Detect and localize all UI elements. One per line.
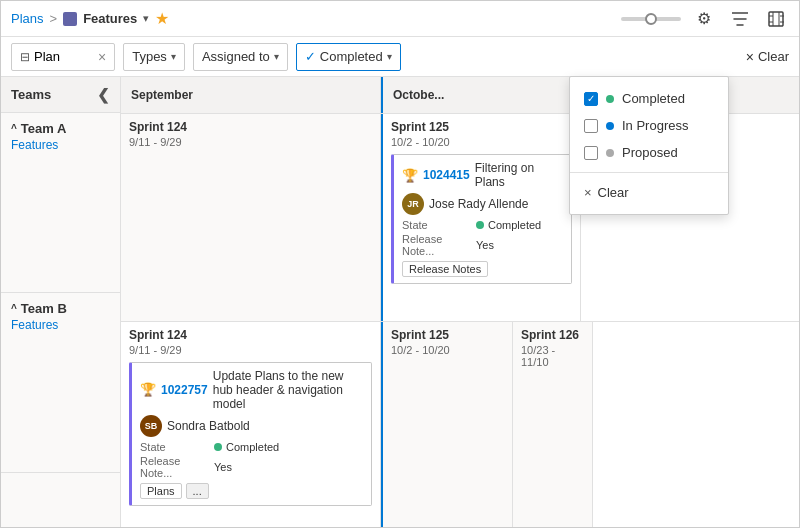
team-b-sprint-125: Sprint 125 10/2 - 10/20	[383, 322, 513, 529]
teams-collapse-btn[interactable]: ❮	[97, 86, 110, 104]
team-a-features-link[interactable]: Features	[11, 138, 110, 152]
svg-rect-0	[769, 12, 783, 26]
state-label-b: State	[140, 441, 210, 453]
expand-button[interactable]	[763, 6, 789, 32]
team-a-sprint-125-dates: 10/2 - 10/20	[391, 136, 572, 148]
favorite-star[interactable]: ★	[155, 9, 169, 28]
avatar-initials: JR	[407, 199, 419, 209]
assigned-chevron: ▾	[274, 51, 279, 62]
board-icon	[63, 12, 77, 26]
card-1022757-top: 🏆 1022757 Update Plans to the new hub he…	[140, 369, 363, 411]
release-value: Yes	[476, 239, 494, 251]
team-a-label: ^ Team A Features	[1, 113, 120, 293]
filter-icon: ⊟	[20, 50, 30, 64]
completed-filter[interactable]: ✓ Completed ▾	[296, 43, 401, 71]
team-a-sprint-125-name: Sprint 125	[391, 120, 572, 134]
card-1022757-tags: Plans ...	[140, 483, 363, 499]
plan-filter[interactable]: ⊟ ×	[11, 43, 115, 71]
card-1022757-person-name: Sondra Batbold	[167, 419, 250, 433]
team-b-sprint-124-name: Sprint 124	[129, 328, 372, 342]
completed-dropdown: Completed In Progress Proposed × Clear	[569, 76, 729, 215]
plan-clear-btn[interactable]: ×	[98, 49, 106, 65]
breadcrumb-sep: >	[50, 11, 58, 26]
card-1024415-avatar: JR	[402, 193, 424, 215]
card-1024415-person: JR Jose Rady Allende	[402, 193, 563, 215]
september-header: September	[121, 77, 381, 113]
team-b-chevron[interactable]: ^	[11, 303, 17, 314]
team-b-label-text: Team B	[21, 301, 67, 316]
completed-checkbox[interactable]	[584, 92, 598, 106]
dropdown-proposed-item[interactable]: Proposed	[570, 139, 728, 166]
proposed-dot	[606, 149, 614, 157]
team-a-sprint-124-dates: 9/11 - 9/29	[129, 136, 372, 148]
assigned-to-label: Assigned to	[202, 49, 270, 64]
card-1022757-release: Release Note... Yes	[140, 455, 363, 479]
card-1022757-id[interactable]: 1022757	[161, 383, 208, 397]
state-value-b: Completed	[214, 441, 279, 453]
card-1024415-icon: 🏆	[402, 168, 418, 183]
card-1022757-icon: 🏆	[140, 382, 156, 397]
release-notes-tag[interactable]: Release Notes	[402, 261, 488, 277]
inprogress-checkbox[interactable]	[584, 119, 598, 133]
card-1024415-top: 🏆 1024415 Filtering on Plans	[402, 161, 563, 189]
card-1024415-state: State Completed	[402, 219, 563, 231]
team-b-sprint-126-dates: 10/23 - 11/10	[521, 344, 584, 368]
proposed-checkbox[interactable]	[584, 146, 598, 160]
team-b-features-link[interactable]: Features	[11, 318, 110, 332]
completed-chevron: ▾	[387, 51, 392, 62]
more-tag[interactable]: ...	[186, 483, 209, 499]
completed-check: ✓	[305, 49, 316, 64]
state-value: Completed	[476, 219, 541, 231]
october-header: Octobe...	[383, 77, 583, 113]
top-bar-actions: ⚙	[621, 6, 789, 32]
team-a-sprint-124: Sprint 124 9/11 - 9/29	[121, 114, 381, 321]
team-a-sprint-124-name: Sprint 124	[129, 120, 372, 134]
types-chevron: ▾	[171, 51, 176, 62]
types-label: Types	[132, 49, 167, 64]
card-1024415: 🏆 1024415 Filtering on Plans JR Jose Rad…	[391, 154, 572, 284]
dropdown-clear-button[interactable]: × Clear	[570, 179, 728, 206]
team-b-sprint-125-name: Sprint 125	[391, 328, 504, 342]
team-b-sprint-124: Sprint 124 9/11 - 9/29 🏆 1022757 Update …	[121, 322, 381, 529]
top-bar: Plans > Features ▾ ★ ⚙	[1, 1, 799, 37]
dropdown-completed-item[interactable]: Completed	[570, 85, 728, 112]
card-1024415-id[interactable]: 1024415	[423, 168, 470, 182]
card-1022757-avatar: SB	[140, 415, 162, 437]
team-b-sprint-125-dates: 10/2 - 10/20	[391, 344, 504, 356]
card-1024415-release: Release Note... Yes	[402, 233, 563, 257]
release-label-b: Release Note...	[140, 455, 210, 479]
zoom-slider[interactable]	[621, 17, 681, 21]
release-label: Release Note...	[402, 233, 472, 257]
features-label: Features	[83, 11, 137, 26]
team-b-sprint-124-dates: 9/11 - 9/29	[129, 344, 372, 356]
assigned-to-filter[interactable]: Assigned to ▾	[193, 43, 288, 71]
dropdown-clear-label: Clear	[598, 185, 629, 200]
dropdown-clear-x: ×	[584, 185, 592, 200]
state-dot-b	[214, 443, 222, 451]
dropdown-inprogress-item[interactable]: In Progress	[570, 112, 728, 139]
features-chevron[interactable]: ▾	[143, 12, 149, 25]
card-1022757-state: State Completed	[140, 441, 363, 453]
breadcrumb: Plans > Features ▾ ★	[11, 9, 169, 28]
team-a-sprint-125: Sprint 125 10/2 - 10/20 🏆 1024415 Filter…	[383, 114, 581, 321]
settings-button[interactable]: ⚙	[691, 6, 717, 32]
completed-label: Completed	[320, 49, 383, 64]
card-1022757: 🏆 1022757 Update Plans to the new hub he…	[129, 362, 372, 506]
card-1022757-title: Update Plans to the new hub header & nav…	[213, 369, 363, 411]
teams-column: Teams ❮ ^ Team A Features ^ Team B Featu…	[1, 77, 121, 528]
clear-all-button[interactable]: × Clear	[746, 49, 789, 65]
plans-tag[interactable]: Plans	[140, 483, 182, 499]
state-label: State	[402, 219, 472, 231]
filter-view-button[interactable]	[727, 6, 753, 32]
types-filter[interactable]: Types ▾	[123, 43, 185, 71]
team-a-chevron[interactable]: ^	[11, 123, 17, 134]
team-a-name: ^ Team A	[11, 121, 110, 136]
team-b-name: ^ Team B	[11, 301, 110, 316]
team-b-row: Sprint 124 9/11 - 9/29 🏆 1022757 Update …	[121, 322, 799, 529]
plans-link[interactable]: Plans	[11, 11, 44, 26]
team-a-label-text: Team A	[21, 121, 67, 136]
team-b-sprint-126-name: Sprint 126	[521, 328, 584, 342]
inprogress-item-label: In Progress	[622, 118, 688, 133]
clear-all-label: Clear	[758, 49, 789, 64]
plan-input[interactable]	[34, 49, 94, 64]
